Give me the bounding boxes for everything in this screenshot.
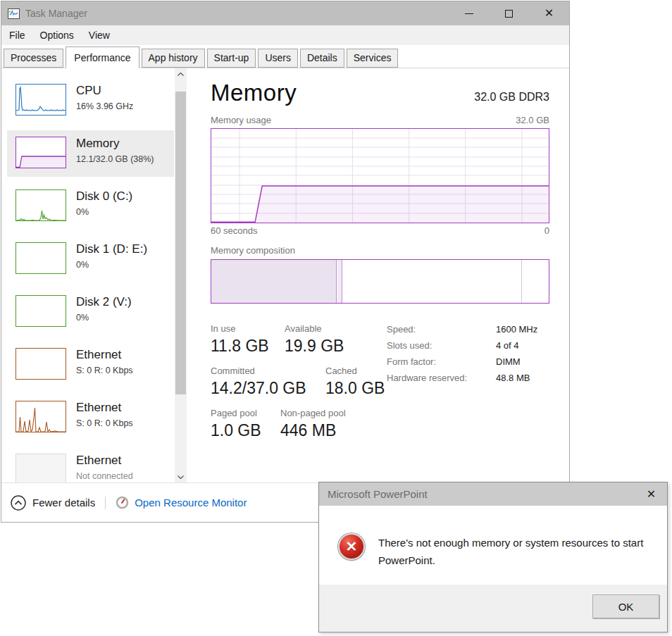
sidebar-item-disk0[interactable]: Disk 0 (C:) 0% <box>7 183 174 230</box>
sidebar-item-disk1[interactable]: Disk 1 (D: E:) 0% <box>7 236 174 282</box>
composition-modified-segment <box>337 260 342 303</box>
dialog-footer: OK <box>319 585 667 632</box>
stat-label: Available <box>285 323 344 334</box>
stat-value: 19.9 GB <box>285 337 344 356</box>
composition-inuse-segment <box>211 260 337 303</box>
window-title: Task Manager <box>25 8 87 19</box>
disk0-mini-graph <box>15 189 66 221</box>
stat-label: Non-paged pool <box>280 408 346 418</box>
sidebar-scrollbar[interactable] <box>175 68 187 483</box>
tab-start-up[interactable]: Start-up <box>207 49 256 68</box>
stat-label: Form factor: <box>387 356 496 367</box>
tab-app-history[interactable]: App history <box>142 49 205 68</box>
maximize-icon <box>505 10 513 18</box>
open-resource-monitor-link[interactable]: Open Resource Monitor <box>116 496 247 509</box>
usage-graph-max: 32.0 GB <box>516 115 549 125</box>
menu-options[interactable]: Options <box>40 30 74 41</box>
footer-divider <box>105 497 106 509</box>
scrollbar-thumb[interactable] <box>175 92 186 394</box>
memory-stats: In use 11.8 GB Available 19.9 GB Committ… <box>211 323 549 450</box>
menu-file[interactable]: File <box>9 30 25 41</box>
tab-performance[interactable]: Performance <box>66 46 139 68</box>
dialog-message: There's not enough memory or system reso… <box>378 534 653 569</box>
sidebar-item-subtitle: 0% <box>76 260 147 270</box>
graph-zero-label: 0 <box>545 225 549 236</box>
scroll-down-button[interactable] <box>175 471 187 483</box>
memory-panel: Memory 32.0 GB DDR3 Memory usage 32.0 GB… <box>187 68 569 483</box>
stat-value: 4 of 4 <box>496 340 537 351</box>
close-button[interactable]: ✕ <box>529 1 569 25</box>
sidebar-item-ethernet1[interactable]: Ethernet S: 0 R: 0 Kbps <box>7 342 174 388</box>
fewer-details-label: Fewer details <box>32 497 95 509</box>
usage-graph-label: Memory usage <box>211 115 271 125</box>
stat-value: 1.0 GB <box>211 421 280 440</box>
disk1-mini-graph <box>15 242 66 274</box>
stat-label: Slots used: <box>387 340 496 351</box>
stat-label: Committed <box>211 366 325 376</box>
stat-value: 446 MB <box>280 421 346 440</box>
sidebar-item-subtitle: 12.1/32.0 GB (38%) <box>76 154 154 164</box>
minimize-button[interactable] <box>449 1 489 25</box>
stat-value: 1600 MHz <box>496 324 537 335</box>
memory-usage-graph <box>211 128 549 223</box>
sidebar-item-title: Ethernet <box>76 348 133 362</box>
composition-label: Memory composition <box>211 245 549 256</box>
sidebar-item-subtitle: S: 0 R: 0 Kbps <box>76 418 133 428</box>
page-title: Memory <box>211 80 297 106</box>
powerpoint-error-dialog: Microsoft PowerPoint ✕ ✕ There's not eno… <box>318 482 668 632</box>
stat-value: 14.2/37.0 GB <box>211 379 325 398</box>
graph-timespan-label: 60 seconds <box>211 225 258 236</box>
open-resource-monitor-label: Open Resource Monitor <box>135 497 247 509</box>
sidebar-item-subtitle: S: 0 R: 0 Kbps <box>76 366 133 375</box>
close-icon: ✕ <box>545 8 554 19</box>
sidebar-item-memory[interactable]: Memory 12.1/32.0 GB (38%) <box>7 130 174 177</box>
ok-button[interactable]: OK <box>592 594 659 618</box>
memory-capacity: 32.0 GB DDR3 <box>474 91 549 104</box>
stat-value: 18.0 GB <box>325 379 385 398</box>
memory-composition-bar <box>211 259 549 304</box>
sidebar-item-subtitle: 16% 3.96 GHz <box>76 101 133 111</box>
sidebar-item-cpu[interactable]: CPU 16% 3.96 GHz <box>7 77 174 124</box>
performance-content: CPU 16% 3.96 GHz Memory 12.1/32.0 GB (38… <box>1 68 569 483</box>
sidebar-item-subtitle: 0% <box>76 207 132 217</box>
maximize-button[interactable] <box>489 1 529 25</box>
menu-view[interactable]: View <box>89 30 110 41</box>
menu-bar: File Options View <box>1 25 569 45</box>
close-icon: ✕ <box>647 487 656 501</box>
stat-label: Speed: <box>387 324 496 335</box>
sidebar-item-disk2[interactable]: Disk 2 (V:) 0% <box>7 289 174 335</box>
scroll-up-button[interactable] <box>175 68 187 80</box>
tab-users[interactable]: Users <box>258 49 298 68</box>
sidebar-item-title: Disk 0 (C:) <box>76 189 132 204</box>
stat-label: Cached <box>325 366 385 376</box>
sidebar-item-ethernet3[interactable]: Ethernet Not connected <box>7 447 174 483</box>
fewer-details-button[interactable]: Fewer details <box>11 495 95 511</box>
stat-label: Hardware reserved: <box>387 373 496 383</box>
sidebar-item-subtitle: Not connected <box>76 471 133 481</box>
stat-value: 48.8 MB <box>496 373 537 383</box>
dialog-title-bar[interactable]: Microsoft PowerPoint ✕ <box>319 482 667 506</box>
stat-value: DIMM <box>496 356 537 367</box>
task-manager-window: Task Manager ✕ File Options View Process… <box>1 1 570 523</box>
title-bar[interactable]: Task Manager ✕ <box>1 1 569 25</box>
disk2-mini-graph <box>15 295 66 327</box>
task-manager-icon <box>8 8 20 19</box>
chevron-up-circle-icon <box>11 495 26 511</box>
tab-services[interactable]: Services <box>347 49 399 68</box>
dialog-title: Microsoft PowerPoint <box>328 488 428 500</box>
tab-processes[interactable]: Processes <box>4 49 63 68</box>
stat-label: In use <box>211 323 285 334</box>
dialog-close-button[interactable]: ✕ <box>635 482 667 506</box>
error-icon: ✕ <box>338 533 365 560</box>
dialog-body: ✕ There's not enough memory or system re… <box>319 506 667 569</box>
sidebar-item-subtitle: 0% <box>76 313 132 323</box>
cpu-mini-graph <box>15 84 66 116</box>
ethernet2-mini-graph <box>15 401 66 432</box>
sidebar-item-title: Ethernet <box>76 454 133 468</box>
stat-value: 11.8 GB <box>211 337 285 356</box>
stat-label: Paged pool <box>211 408 280 418</box>
sidebar-item-title: Ethernet <box>76 401 133 415</box>
resource-monitor-icon <box>116 496 129 509</box>
sidebar-item-ethernet2[interactable]: Ethernet S: 0 R: 0 Kbps <box>7 394 174 441</box>
tab-details[interactable]: Details <box>300 49 344 68</box>
